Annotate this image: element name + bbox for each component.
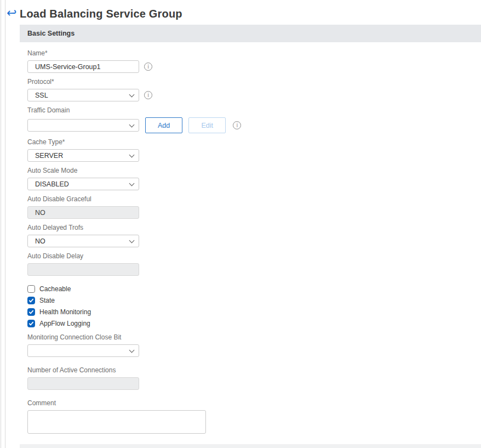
- basic-settings-panel: Basic Settings Name* i Protocol* SSL: [20, 25, 481, 448]
- comment-label: Comment: [27, 399, 481, 407]
- protocol-field-group: Protocol* SSL i: [27, 78, 481, 101]
- auto-delayed-trofs-select[interactable]: NO: [27, 235, 139, 247]
- auto-disable-graceful-field-group: Auto Disable Graceful: [27, 195, 481, 219]
- basic-settings-form: Name* i Protocol* SSL i Tr: [20, 42, 481, 441]
- cacheable-checkbox-row: Cacheable: [27, 283, 481, 294]
- state-checkbox[interactable]: [27, 297, 35, 304]
- cacheable-label: Cacheable: [39, 285, 71, 293]
- section-title: Basic Settings: [27, 30, 75, 37]
- auto-disable-delay-input: [27, 263, 139, 276]
- auto-delayed-trofs-label: Auto Delayed Trofs: [27, 224, 481, 231]
- auto-disable-graceful-label: Auto Disable Graceful: [27, 195, 481, 203]
- chevron-down-icon: [129, 237, 135, 243]
- traffic-domain-select[interactable]: [27, 119, 139, 132]
- checkbox-group: Cacheable State Health Monitoring: [27, 283, 481, 329]
- traffic-domain-label: Traffic Domain: [27, 106, 481, 114]
- auto-disable-delay-field-group: Auto Disable Delay: [27, 252, 481, 276]
- edit-button[interactable]: Edit: [188, 117, 226, 133]
- comment-textarea[interactable]: [27, 410, 206, 434]
- monitoring-connection-close-bit-label: Monitoring Connection Close Bit: [27, 333, 481, 341]
- health-monitoring-checkbox[interactable]: [27, 308, 35, 316]
- chevron-down-icon: [129, 92, 135, 97]
- info-icon[interactable]: i: [144, 91, 152, 99]
- cache-type-label: Cache Type*: [27, 138, 481, 146]
- info-icon[interactable]: i: [233, 121, 241, 129]
- auto-scale-mode-field-group: Auto Scale Mode DISABLED: [27, 167, 481, 190]
- state-label: State: [39, 297, 55, 304]
- back-arrow-icon[interactable]: ↩: [7, 5, 16, 21]
- name-label: Name*: [27, 49, 481, 57]
- auto-disable-graceful-input: [27, 206, 139, 219]
- name-field-group: Name* i: [27, 49, 481, 73]
- protocol-selected-value: SSL: [35, 92, 48, 99]
- traffic-domain-field-group: Traffic Domain Add Edit i: [27, 106, 481, 133]
- page-header: ↩ Load Balancing Service Group: [20, 4, 182, 23]
- monitoring-connection-close-bit-select[interactable]: [27, 344, 139, 357]
- monitoring-connection-close-bit-field-group: Monitoring Connection Close Bit: [27, 333, 481, 357]
- appflow-logging-checkbox-row: AppFlow Logging: [27, 318, 481, 329]
- pane-divider-line: [5, 0, 5, 448]
- auto-scale-mode-select[interactable]: DISABLED: [27, 178, 139, 190]
- number-of-active-connections-input: [27, 377, 139, 390]
- health-monitoring-checkbox-row: Health Monitoring: [27, 307, 481, 317]
- chevron-down-icon: [129, 180, 135, 186]
- footer-action-bar: OK Cancel: [20, 444, 481, 448]
- info-icon[interactable]: i: [144, 63, 152, 71]
- health-monitoring-label: Health Monitoring: [39, 308, 91, 316]
- state-checkbox-row: State: [27, 295, 481, 306]
- auto-disable-delay-label: Auto Disable Delay: [27, 252, 481, 260]
- protocol-label: Protocol*: [27, 78, 481, 86]
- comment-field-group: Comment: [27, 399, 481, 434]
- cache-type-select[interactable]: SERVER: [27, 149, 139, 162]
- name-input[interactable]: [27, 60, 139, 73]
- auto-scale-mode-label: Auto Scale Mode: [27, 167, 481, 174]
- number-of-active-connections-field-group: Number of Active Connections: [27, 366, 481, 390]
- appflow-logging-label: AppFlow Logging: [39, 320, 90, 327]
- section-header-bar: Basic Settings: [20, 25, 481, 42]
- cache-type-selected-value: SERVER: [35, 152, 63, 160]
- cacheable-checkbox[interactable]: [27, 285, 35, 293]
- auto-delayed-trofs-field-group: Auto Delayed Trofs NO: [27, 224, 481, 247]
- page-title: Load Balancing Service Group: [20, 8, 182, 20]
- chevron-down-icon: [129, 347, 135, 353]
- protocol-select[interactable]: SSL: [27, 89, 139, 101]
- appflow-logging-checkbox[interactable]: [27, 320, 35, 327]
- add-button[interactable]: Add: [145, 117, 182, 133]
- number-of-active-connections-label: Number of Active Connections: [27, 366, 481, 374]
- pane-divider-line: [1, 0, 1, 448]
- auto-scale-mode-selected-value: DISABLED: [35, 180, 69, 188]
- chevron-down-icon: [129, 122, 135, 127]
- cache-type-field-group: Cache Type* SERVER: [27, 138, 481, 162]
- auto-delayed-trofs-selected-value: NO: [35, 237, 45, 245]
- chevron-down-icon: [129, 152, 135, 157]
- load-balancing-service-group-page: ↩ Load Balancing Service Group Basic Set…: [0, 0, 481, 448]
